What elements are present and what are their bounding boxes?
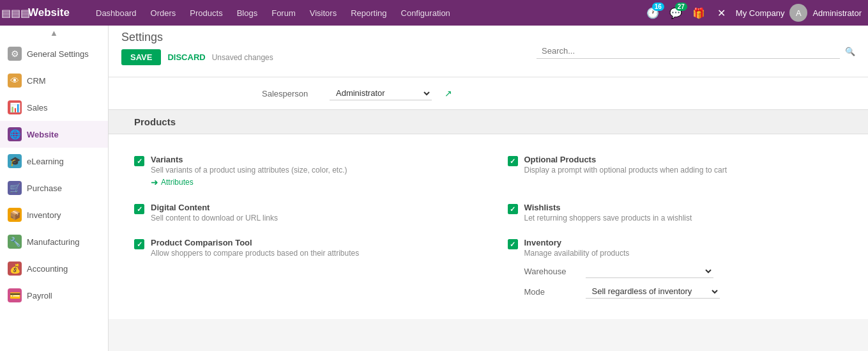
nav-link-blogs[interactable]: Blogs <box>231 4 264 22</box>
feature-product-comparison: Product Comparison Tool Allow shoppers t… <box>134 230 489 306</box>
nav-links: DashboardOrdersProductsBlogsForumVisitor… <box>89 4 640 22</box>
feature-optional-products: Optional Products Display a prompt with … <box>489 147 843 195</box>
sidebar-item-purchase[interactable]: 🛒Purchase <box>0 175 108 201</box>
updates-button[interactable]: 🕐 16 <box>644 4 662 22</box>
sidebar-icon-sales: 📊 <box>8 100 22 114</box>
warehouse-label: Warehouse <box>524 267 575 276</box>
inventory-feature-checkbox[interactable] <box>508 239 518 249</box>
search-input[interactable] <box>537 43 840 59</box>
nav-link-dashboard[interactable]: Dashboard <box>89 4 143 22</box>
top-controls: Settings SAVE DISCARD Unsaved changes 🔍 <box>109 26 868 77</box>
gift-button[interactable]: 🎁 <box>690 4 708 22</box>
sidebar-item-accounting[interactable]: 💰Accounting <box>0 255 108 282</box>
avatar[interactable]: A <box>789 4 807 22</box>
sidebar-label-inventory: Inventory <box>27 210 61 220</box>
sidebar-icon-crm: 👁 <box>8 74 22 88</box>
mode-field-row: Mode Sell regardless of inventory Preven… <box>524 285 843 299</box>
inventory-subsection: Warehouse Mode Sell regardless of invent… <box>524 264 843 299</box>
sidebar-item-manufacturing[interactable]: 🔧Manufacturing <box>0 228 108 255</box>
product-comparison-name: Product Comparison Tool <box>151 238 476 247</box>
feature-digital-content: Digital Content Sell content to download… <box>134 195 489 230</box>
salesperson-select[interactable]: Administrator <box>330 86 432 100</box>
arrow-icon: ➜ <box>151 177 158 187</box>
feature-inventory: Inventory Manage availability of product… <box>489 230 843 306</box>
sidebar-label-general-settings: General Settings <box>27 49 89 59</box>
sidebar-item-sales[interactable]: 📊Sales <box>0 94 108 121</box>
discard-button[interactable]: DISCARD <box>167 52 205 62</box>
save-button[interactable]: SAVE <box>121 49 161 65</box>
variants-checkbox[interactable] <box>134 156 144 166</box>
company-label[interactable]: My Company <box>736 8 785 18</box>
mode-label: Mode <box>524 287 575 297</box>
nav-link-visitors[interactable]: Visitors <box>303 4 343 22</box>
inventory-feature-name: Inventory <box>524 238 843 247</box>
product-comparison-checkbox[interactable] <box>134 239 144 249</box>
sidebar-icon-elearning: 🎓 <box>8 154 22 168</box>
salesperson-row: Salesperson Administrator ↗ <box>109 77 868 109</box>
sidebar-label-manufacturing: Manufacturing <box>27 237 79 247</box>
top-navigation: ▤▤▤ Website DashboardOrdersProductsBlogs… <box>0 0 868 26</box>
sidebar-item-payroll[interactable]: 💳Payroll <box>0 282 108 309</box>
feature-variants: Variants Sell variants of a product usin… <box>134 147 489 195</box>
sidebar-item-inventory[interactable]: 📦Inventory <box>0 201 108 228</box>
sidebar-label-crm: CRM <box>27 76 46 86</box>
wishlists-name: Wishlists <box>524 203 843 212</box>
search-icon[interactable]: 🔍 <box>845 47 855 56</box>
updates-badge: 16 <box>652 3 664 11</box>
salesperson-label: Salesperson <box>262 89 319 98</box>
user-label[interactable]: Administrator <box>812 8 862 18</box>
content-area: Settings SAVE DISCARD Unsaved changes 🔍 … <box>109 26 868 351</box>
nav-link-forum[interactable]: Forum <box>265 4 302 22</box>
unsaved-changes-label: Unsaved changes <box>212 53 273 62</box>
sidebar: ▲ ⚙General Settings👁CRM📊Sales🌐Website🎓eL… <box>0 26 109 351</box>
sidebar-label-purchase: Purchase <box>27 183 62 193</box>
feature-wishlists: Wishlists Let returning shoppers save pr… <box>489 195 843 230</box>
warehouse-field-row: Warehouse <box>524 264 843 278</box>
sidebar-icon-purchase: 🛒 <box>8 181 22 195</box>
sidebar-icon-manufacturing: 🔧 <box>8 235 22 249</box>
sidebar-item-general-settings[interactable]: ⚙General Settings <box>0 40 108 67</box>
close-button[interactable]: ✕ <box>713 4 731 22</box>
nav-link-orders[interactable]: Orders <box>144 4 183 22</box>
sidebar-icon-accounting: 💰 <box>8 261 22 276</box>
settings-toolbar: SAVE DISCARD Unsaved changes <box>121 49 511 72</box>
attributes-link[interactable]: ➜ Attributes <box>151 177 194 187</box>
variants-name: Variants <box>151 155 476 164</box>
optional-products-desc: Display a prompt with optional products … <box>524 166 843 175</box>
sidebar-icon-payroll: 💳 <box>8 288 22 302</box>
sidebar-icon-inventory: 📦 <box>8 208 22 222</box>
nav-link-reporting[interactable]: Reporting <box>344 4 393 22</box>
sidebar-label-accounting: Accounting <box>27 264 68 274</box>
sidebar-item-website[interactable]: 🌐Website <box>0 121 108 148</box>
wishlists-desc: Let returning shoppers save products in … <box>524 214 843 222</box>
nav-link-configuration[interactable]: Configuration <box>395 4 457 22</box>
wishlists-checkbox[interactable] <box>508 204 518 214</box>
digital-content-name: Digital Content <box>151 203 476 212</box>
warehouse-select[interactable] <box>586 264 713 278</box>
settings-header-area: Settings SAVE DISCARD Unsaved changes <box>109 26 524 77</box>
products-section-header: Products <box>109 109 868 134</box>
digital-content-desc: Sell content to download or URL links <box>151 214 476 222</box>
mode-select[interactable]: Sell regardless of inventory Prevent sal… <box>586 285 720 299</box>
sidebar-item-crm[interactable]: 👁CRM <box>0 67 108 94</box>
settings-title: Settings <box>121 31 511 44</box>
optional-products-name: Optional Products <box>524 155 843 164</box>
sidebar-icon-general-settings: ⚙ <box>8 47 22 61</box>
sidebar-label-sales: Sales <box>27 103 48 113</box>
messages-button[interactable]: 💬 27 <box>667 4 685 22</box>
sidebar-collapse-btn[interactable]: ▲ <box>0 26 108 40</box>
search-area: 🔍 <box>524 26 868 77</box>
sidebar-item-elearning[interactable]: 🎓eLearning <box>0 148 108 175</box>
settings-body: Salesperson Administrator ↗ Products Var… <box>109 77 868 351</box>
nav-right: 🕐 16 💬 27 🎁 ✕ My Company A Administrator <box>644 4 862 22</box>
sidebar-label-payroll: Payroll <box>27 291 52 300</box>
main-layout: ▲ ⚙General Settings👁CRM📊Sales🌐Website🎓eL… <box>0 26 868 351</box>
digital-content-checkbox[interactable] <box>134 204 144 214</box>
products-grid: Variants Sell variants of a product usin… <box>109 134 868 319</box>
optional-products-checkbox[interactable] <box>508 156 518 166</box>
inventory-feature-desc: Manage availability of products <box>524 249 843 258</box>
grid-menu-icon[interactable]: ▤▤▤ <box>6 4 24 22</box>
app-title: Website <box>28 6 79 19</box>
salesperson-external-link-icon[interactable]: ↗ <box>445 88 452 98</box>
nav-link-products[interactable]: Products <box>183 4 229 22</box>
